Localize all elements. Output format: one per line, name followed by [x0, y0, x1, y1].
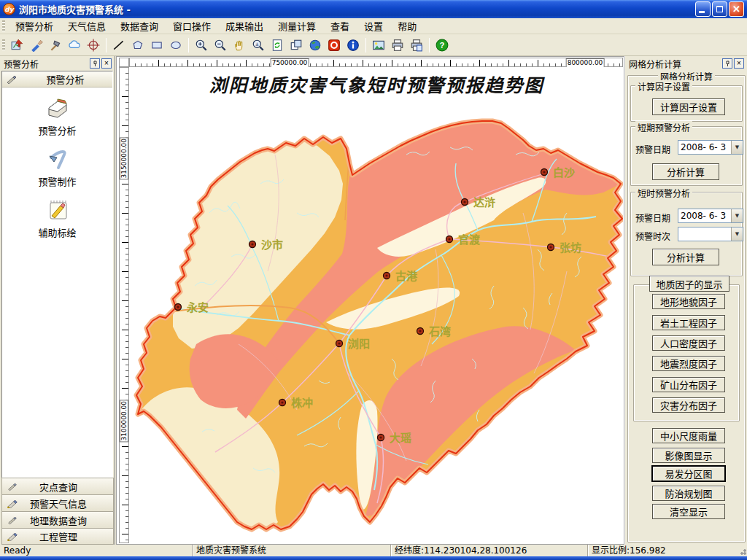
cloud-button[interactable]: [66, 36, 83, 54]
notepad-icon: [44, 198, 71, 222]
bar-label: 预警天气信息: [18, 497, 98, 510]
mine-factor-button[interactable]: 矿山分布因子: [652, 377, 725, 392]
right-panel-titlebar: 网格分析计算 ×: [627, 57, 746, 70]
sidebar-item-project-mgmt[interactable]: 工程管理: [1, 528, 114, 545]
prevention-plan-button[interactable]: 防治规划图: [652, 486, 725, 501]
sidebar-item-geo-data-query[interactable]: 地理数据查询: [1, 511, 114, 528]
nowcast-analyze-button[interactable]: 分析计算: [652, 249, 719, 265]
nowcast-time-combo[interactable]: ▼: [678, 227, 743, 241]
clear-display-button[interactable]: 清空显示: [652, 504, 725, 519]
sidebar-item-aux-plot[interactable]: 辅助标绘: [2, 198, 112, 239]
right-panel-pin-button[interactable]: [722, 58, 732, 69]
sidebar-item-label: 预警制作: [2, 174, 112, 188]
left-panel-pin-button[interactable]: [90, 58, 100, 69]
menu-weather-info[interactable]: 天气信息: [61, 18, 113, 34]
layers-button[interactable]: [287, 36, 305, 54]
status-app-name: 地质灾害预警系统: [192, 545, 390, 556]
sidebar-item-warning-analysis[interactable]: 预警分析: [2, 98, 112, 137]
help-button[interactable]: ?: [433, 36, 451, 54]
left-panel-title: 预警分析: [4, 58, 88, 70]
right-panel-title: 网格分析计算: [629, 58, 721, 70]
map-canvas[interactable]: 浏阳地质灾害气象短时预警预报趋势图: [129, 67, 623, 543]
menu-data-query[interactable]: 数据查询: [113, 18, 166, 34]
short-term-date-combo[interactable]: 2008- 6- 3 ▼: [678, 140, 743, 155]
image-button[interactable]: [370, 36, 387, 54]
left-panel-section-header[interactable]: 预警分析: [2, 71, 112, 88]
pan-button[interactable]: [231, 36, 248, 54]
left-panel-bottom-bars: 灾点查询 预警天气信息 地理数据查询 工程管理: [1, 478, 114, 545]
menu-measure[interactable]: 测量计算: [271, 18, 323, 34]
pen-tool-icon: [45, 147, 70, 171]
susceptibility-map-button[interactable]: 易发分区图: [651, 465, 726, 482]
ruler-corner: [119, 58, 129, 67]
geo-factors-title-button[interactable]: 地质因子的显示: [649, 276, 729, 292]
close-button[interactable]: ✕: [729, 1, 744, 17]
geotech-factor-button[interactable]: 岩土工程因子: [652, 315, 725, 330]
imagery-button[interactable]: 影像图显示: [652, 448, 725, 463]
crosshair-button[interactable]: [85, 36, 102, 54]
hammer-button[interactable]: [47, 36, 64, 54]
sidebar-item-disaster-query[interactable]: 灾点查询: [1, 478, 114, 494]
menu-warning-analysis[interactable]: 预警分析: [8, 18, 61, 34]
toolbar-separator: [429, 38, 430, 52]
warning-map-button[interactable]: [9, 36, 26, 54]
menu-help[interactable]: 帮助: [390, 18, 424, 34]
stop-button[interactable]: [325, 36, 343, 54]
stop-icon: [328, 39, 341, 52]
menu-view[interactable]: 查看: [323, 18, 357, 34]
zoom-extent-button[interactable]: ±: [249, 36, 267, 54]
population-factor-button[interactable]: 人口密度因子: [652, 335, 725, 351]
layers-icon: [290, 39, 303, 52]
svg-text:永安: 永安: [186, 301, 209, 314]
restore-button[interactable]: [712, 1, 727, 17]
chevron-down-icon[interactable]: ▼: [731, 141, 743, 154]
zoom-in-button[interactable]: [193, 36, 210, 54]
seismic-factor-button[interactable]: 地震烈度因子: [652, 356, 725, 371]
status-coordinates: 经纬度:114.230104,28.100126: [390, 545, 587, 556]
menu-output[interactable]: 成果输出: [218, 18, 271, 34]
svg-text:白沙: 白沙: [553, 166, 575, 179]
rainfall-button[interactable]: 中小尺度雨量: [652, 428, 725, 443]
zoom-out-button[interactable]: [212, 36, 229, 54]
svg-text:±: ±: [255, 41, 259, 47]
print-button[interactable]: [389, 36, 406, 54]
right-panel-close-button[interactable]: ×: [734, 58, 744, 69]
globe-icon: [309, 39, 322, 52]
menubar-grip[interactable]: [2, 20, 5, 32]
nowcast-date-combo[interactable]: 2008- 6- 3 ▼: [678, 209, 743, 223]
minimize-button[interactable]: [695, 1, 711, 17]
toolbar-separator: [188, 38, 189, 52]
toolbar-grip[interactable]: [2, 39, 5, 51]
window-bottom-border: [0, 556, 747, 560]
minimize-icon: [699, 11, 705, 13]
chevron-down-icon[interactable]: ▼: [731, 209, 743, 222]
line-tool-button[interactable]: [110, 36, 128, 54]
sidebar-item-warning-weather[interactable]: 预警天气信息: [1, 494, 114, 511]
refresh-icon: [271, 39, 284, 52]
menu-window-ops[interactable]: 窗口操作: [166, 18, 218, 34]
sidebar-item-label: 预警分析: [2, 123, 112, 137]
ellipse-tool-button[interactable]: [167, 36, 185, 54]
close-icon: ×: [104, 60, 109, 67]
rect-tool-button[interactable]: [148, 36, 166, 54]
print-preview-button[interactable]: [408, 36, 425, 54]
menu-settings[interactable]: 设置: [357, 18, 390, 34]
app-icon: dy: [3, 3, 15, 15]
ellipse-tool-icon: [169, 39, 182, 52]
polygon-tool-button[interactable]: [129, 36, 147, 54]
pen-small-icon: [5, 74, 18, 85]
cloud-icon: [68, 39, 81, 52]
disaster-factor-button[interactable]: 灾害分布因子: [652, 397, 725, 413]
terrain-factor-button[interactable]: 地形地貌因子: [652, 294, 725, 309]
sidebar-item-warning-make[interactable]: 预警制作: [2, 147, 112, 188]
brush-button[interactable]: [28, 36, 45, 54]
refresh-button[interactable]: [268, 36, 286, 54]
left-panel-close-button[interactable]: ×: [101, 58, 112, 69]
globe-button[interactable]: [306, 36, 324, 54]
info-button[interactable]: [344, 36, 362, 54]
chevron-down-icon[interactable]: ▼: [731, 228, 743, 241]
factor-settings-button[interactable]: 计算因子设置: [652, 98, 725, 115]
short-term-analyze-button[interactable]: 分析计算: [652, 163, 719, 180]
group-label: 短期预警分析: [635, 121, 692, 133]
resize-grip[interactable]: [738, 546, 746, 555]
